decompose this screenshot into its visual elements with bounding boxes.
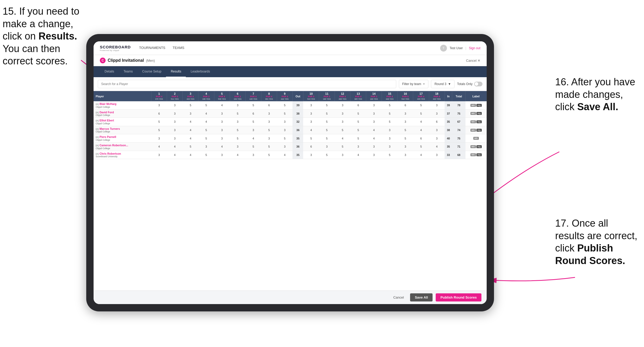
hole-3-score[interactable]: 5 <box>183 101 198 109</box>
hole-1-score[interactable]: 3 <box>151 134 167 143</box>
hole-6-score[interactable]: 5 <box>230 109 245 118</box>
hole-17-score[interactable]: 4 <box>413 151 429 159</box>
hole-18-score[interactable]: 3 <box>429 151 445 159</box>
sign-out-link[interactable]: Sign out <box>469 46 480 50</box>
hole-14-score[interactable]: 3 <box>366 118 382 126</box>
hole-11-score[interactable]: 5 <box>319 134 335 143</box>
hole-10-score[interactable]: 3 <box>303 118 319 126</box>
hole-16-score[interactable]: 3 <box>398 118 413 126</box>
hole-17-score[interactable]: 4 <box>413 126 429 134</box>
hole-18-score[interactable]: 4 <box>429 142 445 151</box>
hole-18-score[interactable]: 6 <box>429 118 445 126</box>
hole-6-score[interactable]: 3 <box>230 118 245 126</box>
hole-15-score[interactable]: 5 <box>382 101 398 109</box>
hole-3-score[interactable]: 4 <box>183 134 198 143</box>
hole-16-score[interactable]: 3 <box>398 142 413 151</box>
hole-3-score[interactable]: 4 <box>183 151 198 159</box>
hole-6-score[interactable]: 3 <box>230 101 245 109</box>
hole-9-score[interactable]: 3 <box>277 118 292 126</box>
tab-leaderboards[interactable]: Leaderboards <box>186 66 215 77</box>
hole-15-score[interactable]: 3 <box>382 142 398 151</box>
hole-4-score[interactable]: 4 <box>198 118 214 126</box>
tab-results[interactable]: Results <box>166 66 186 77</box>
hole-3-score[interactable]: 5 <box>183 142 198 151</box>
hole-2-score[interactable]: 3 <box>167 134 183 143</box>
hole-17-score[interactable]: 5 <box>413 109 429 118</box>
hole-8-score[interactable]: 5 <box>261 126 277 134</box>
filter-team-btn[interactable]: Filter by team ▼ <box>399 80 429 88</box>
hole-16-score[interactable]: 5 <box>398 126 413 134</box>
hole-14-score[interactable]: 4 <box>366 126 382 134</box>
hole-9-score[interactable]: 5 <box>277 101 292 109</box>
hole-1-score[interactable]: 5 <box>151 126 167 134</box>
hole-2-score[interactable]: 4 <box>167 151 183 159</box>
hole-10-score[interactable]: 3 <box>303 109 319 118</box>
hole-10-score[interactable]: 3 <box>303 151 319 159</box>
hole-3-score[interactable]: 4 <box>183 118 198 126</box>
hole-16-score[interactable]: 5 <box>398 134 413 143</box>
hole-5-score[interactable]: 3 <box>214 151 230 159</box>
hole-9-score[interactable]: 3 <box>277 126 292 134</box>
hole-12-score[interactable]: 4 <box>335 134 350 143</box>
hole-8-score[interactable]: 5 <box>261 151 277 159</box>
tab-course-setup[interactable]: Course Setup <box>137 66 166 77</box>
round-selector-btn[interactable]: Round 3 ▼ <box>431 80 454 88</box>
hole-12-score[interactable]: 5 <box>335 142 350 151</box>
hole-1-score[interactable]: 5 <box>151 118 167 126</box>
hole-10-score[interactable]: 6 <box>303 142 319 151</box>
hole-5-score[interactable]: 3 <box>214 126 230 134</box>
hole-18-score[interactable]: 3 <box>429 101 445 109</box>
hole-12-score[interactable]: 5 <box>335 126 350 134</box>
hole-11-score[interactable]: 5 <box>319 151 335 159</box>
hole-12-score[interactable]: 3 <box>335 118 350 126</box>
hole-13-score[interactable]: 6 <box>350 101 366 109</box>
hole-1-score[interactable]: 6 <box>151 109 167 118</box>
hole-9-score[interactable]: 5 <box>277 109 292 118</box>
hole-7-score[interactable]: 4 <box>245 134 261 143</box>
hole-17-score[interactable]: 6 <box>413 134 429 143</box>
hole-13-score[interactable]: 5 <box>350 134 366 143</box>
hole-15-score[interactable]: 5 <box>382 151 398 159</box>
hole-8-score[interactable]: 6 <box>261 101 277 109</box>
hole-8-score[interactable]: 3 <box>261 109 277 118</box>
hole-4-score[interactable]: 5 <box>198 134 214 143</box>
hole-11-score[interactable]: 5 <box>319 118 335 126</box>
hole-6-score[interactable]: 5 <box>230 126 245 134</box>
hole-3-score[interactable]: 3 <box>183 109 198 118</box>
hole-1-score[interactable]: 3 <box>151 151 167 159</box>
hole-16-score[interactable]: 3 <box>398 109 413 118</box>
hole-1-score[interactable]: 3 <box>151 101 167 109</box>
cancel-action-btn[interactable]: Cancel <box>390 294 407 301</box>
hole-17-score[interactable]: 4 <box>413 118 429 126</box>
hole-12-score[interactable]: 3 <box>335 151 350 159</box>
hole-10-score[interactable]: 3 <box>303 101 319 109</box>
hole-12-score[interactable]: 3 <box>335 109 350 118</box>
hole-11-score[interactable]: 5 <box>319 126 335 134</box>
hole-5-score[interactable]: 3 <box>214 118 230 126</box>
hole-14-score[interactable]: 3 <box>366 142 382 151</box>
hole-11-score[interactable]: 5 <box>319 109 335 118</box>
hole-7-score[interactable]: 5 <box>245 101 261 109</box>
hole-18-score[interactable]: 3 <box>429 126 445 134</box>
hole-9-score[interactable]: 5 <box>277 134 292 143</box>
nav-link-tournaments[interactable]: TOURNAMENTS <box>139 45 165 51</box>
hole-13-score[interactable]: 5 <box>350 118 366 126</box>
hole-14-score[interactable]: 3 <box>366 101 382 109</box>
hole-13-score[interactable]: 5 <box>350 126 366 134</box>
hole-2-score[interactable]: 3 <box>167 126 183 134</box>
hole-4-score[interactable]: 3 <box>198 142 214 151</box>
hole-13-score[interactable]: 4 <box>350 151 366 159</box>
cancel-tournament-btn[interactable]: Cancel ✕ <box>466 59 480 63</box>
hole-15-score[interactable]: 3 <box>382 134 398 143</box>
hole-5-score[interactable]: 3 <box>214 109 230 118</box>
hole-6-score[interactable]: 4 <box>230 151 245 159</box>
hole-15-score[interactable]: 5 <box>382 118 398 126</box>
hole-8-score[interactable]: 3 <box>261 118 277 126</box>
hole-8-score[interactable]: 3 <box>261 134 277 143</box>
nav-link-teams[interactable]: TEAMS <box>173 45 185 51</box>
hole-15-score[interactable]: 3 <box>382 126 398 134</box>
hole-15-score[interactable]: 5 <box>382 109 398 118</box>
hole-5-score[interactable]: 3 <box>214 134 230 143</box>
hole-2-score[interactable]: 4 <box>167 142 183 151</box>
hole-16-score[interactable]: 6 <box>398 101 413 109</box>
